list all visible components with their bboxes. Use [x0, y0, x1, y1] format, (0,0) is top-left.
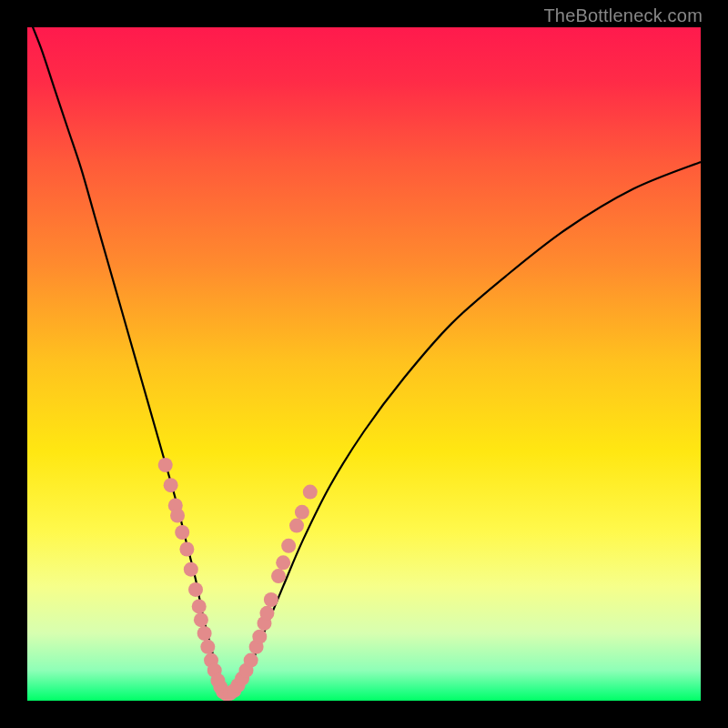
curve-marker — [252, 630, 267, 644]
chart-stage: TheBottleneck.com — [0, 0, 728, 728]
curve-marker — [179, 542, 194, 557]
curve-marker — [200, 640, 215, 654]
curve-marker — [192, 599, 207, 613]
curve-marker — [175, 525, 189, 540]
curve-path — [27, 27, 701, 694]
bottleneck-curve — [27, 27, 701, 701]
curve-marker — [271, 569, 286, 583]
plot-area — [27, 27, 701, 701]
curve-marker — [276, 555, 290, 570]
curve-marker — [303, 485, 318, 500]
curve-marker — [164, 478, 178, 492]
curve-marker — [264, 592, 278, 607]
curve-markers — [158, 458, 318, 701]
curve-marker — [295, 505, 309, 520]
curve-marker — [158, 458, 173, 472]
curve-marker — [244, 653, 258, 668]
curve-marker — [188, 582, 203, 597]
curve-marker — [259, 606, 274, 621]
watermark-text: TheBottleneck.com — [543, 5, 703, 26]
curve-marker — [289, 519, 304, 533]
curve-marker — [281, 539, 296, 553]
curve-marker — [197, 626, 212, 641]
curve-marker — [184, 562, 198, 577]
curve-marker — [194, 612, 208, 627]
curve-marker — [170, 509, 185, 523]
